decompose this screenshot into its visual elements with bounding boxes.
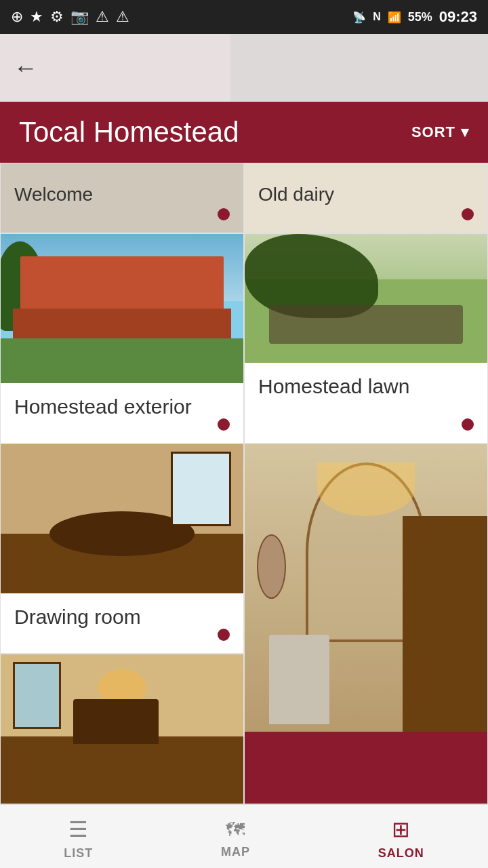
salon-icon: ⊞ <box>392 816 410 842</box>
nav-salon-label: SALON <box>378 846 424 861</box>
homestead-lawn-image <box>245 234 487 363</box>
card-homestead-lawn[interactable]: Homestead lawn <box>244 233 488 443</box>
sort-label: SORT <box>411 123 455 141</box>
camera-icon: 📷 <box>70 8 89 26</box>
chevron-down-icon: ▾ <box>461 123 469 141</box>
nav-salon[interactable]: ⊞ SALON <box>365 810 438 867</box>
back-button[interactable]: ← <box>14 54 38 82</box>
card-room-preview[interactable] <box>0 654 244 804</box>
card-drawing-dot <box>218 629 230 641</box>
time-display: 09:23 <box>439 8 477 26</box>
title-bar: Tocal Homestead SORT ▾ <box>0 102 488 163</box>
add-icon: ⊕ <box>11 8 23 26</box>
hallway-image <box>245 444 487 804</box>
card-welcome[interactable]: Welcome <box>0 163 244 233</box>
card-drawing-room[interactable]: Drawing room <box>0 443 244 654</box>
status-icons-right: 📡 N 📶 55% 09:23 <box>352 8 477 26</box>
nav-map[interactable]: 🗺 MAP <box>207 812 264 866</box>
card-old-dairy-label: Old dairy <box>258 184 334 205</box>
card-exterior-dot <box>218 418 230 431</box>
warning-icon-2: ⚠ <box>116 8 129 26</box>
card-old-dairy[interactable]: Old dairy <box>244 163 488 233</box>
card-lawn-dot <box>462 418 474 431</box>
drawing-room-image <box>1 444 243 593</box>
signal-icon: 📡 <box>352 11 366 24</box>
card-grid: Welcome Old dairy Homestead exterior <box>0 163 488 804</box>
bottom-nav: ☰ LIST 🗺 MAP ⊞ SALON <box>0 804 488 868</box>
card-welcome-label: Welcome <box>14 184 93 205</box>
card-old-dairy-dot <box>462 208 474 220</box>
warning-icon-1: ⚠ <box>96 8 109 26</box>
status-icons-left: ⊕ ★ ⚙ 📷 ⚠ ⚠ <box>11 8 129 26</box>
room-preview-image <box>1 654 243 804</box>
header-nav: ← <box>0 34 488 102</box>
card-homestead-lawn-label: Homestead lawn <box>245 363 487 422</box>
nfc-icon: N <box>373 11 381 23</box>
homestead-exterior-image <box>1 234 243 383</box>
card-homestead-exterior[interactable]: Homestead exterior <box>0 233 244 443</box>
card-drawing-room-label: Drawing room <box>1 593 243 653</box>
nav-list-label: LIST <box>64 846 93 861</box>
status-bar: ⊕ ★ ⚙ 📷 ⚠ ⚠ 📡 N 📶 55% 09:23 <box>0 0 488 34</box>
nav-list[interactable]: ☰ LIST <box>50 810 106 867</box>
sort-button[interactable]: SORT ▾ <box>411 123 469 141</box>
card-hallway[interactable] <box>244 443 488 804</box>
card-welcome-dot <box>218 208 230 220</box>
card-homestead-exterior-label: Homestead exterior <box>1 383 243 443</box>
settings-icon: ⚙ <box>50 8 64 26</box>
map-icon: 🗺 <box>226 818 245 841</box>
page-title: Tocal Homestead <box>19 116 239 149</box>
battery-text: 55% <box>408 10 432 24</box>
nav-map-label: MAP <box>221 845 250 859</box>
wifi-icon: 📶 <box>388 11 401 24</box>
star-icon: ★ <box>30 8 43 26</box>
list-icon: ☰ <box>68 816 88 842</box>
